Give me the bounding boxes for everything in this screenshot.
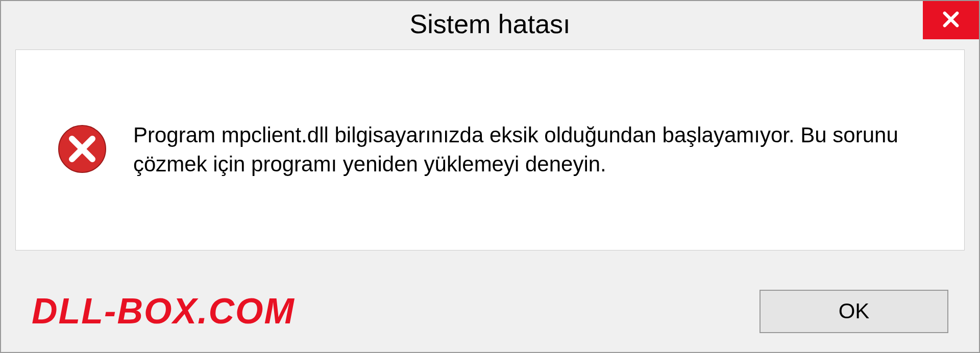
dialog-title: Sistem hatası xyxy=(409,9,570,39)
close-button[interactable] xyxy=(923,1,979,39)
error-icon xyxy=(57,123,108,176)
title-bar: Sistem hatası xyxy=(1,1,979,47)
error-message: Program mpclient.dll bilgisayarınızda ek… xyxy=(133,121,939,179)
content-panel: Program mpclient.dll bilgisayarınızda ek… xyxy=(15,49,965,250)
footer: DLL-BOX.COM OK xyxy=(1,270,979,352)
close-icon xyxy=(940,9,962,32)
ok-button[interactable]: OK xyxy=(760,290,948,333)
watermark-text: DLL-BOX.COM xyxy=(32,291,295,332)
